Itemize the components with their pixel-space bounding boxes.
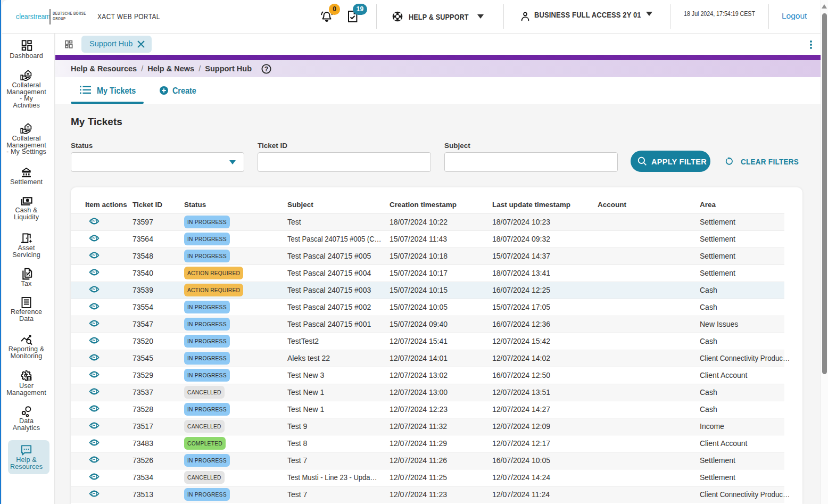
svg-text:?: ? bbox=[264, 65, 269, 73]
